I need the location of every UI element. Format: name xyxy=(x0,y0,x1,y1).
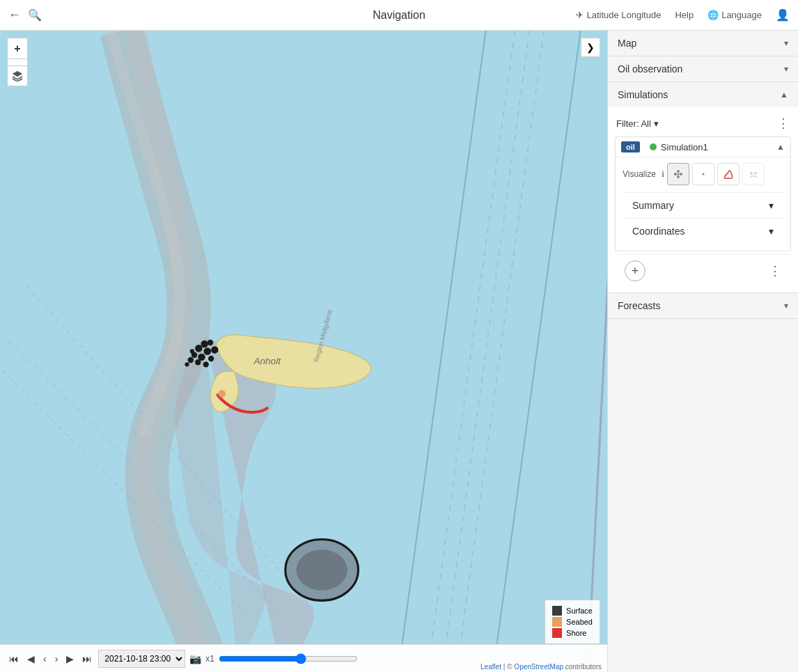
play-button[interactable]: ▶ xyxy=(64,652,76,666)
map-section-chevron: ▾ xyxy=(784,38,788,48)
location-button[interactable]: ✈ Latitude Longitude xyxy=(576,10,661,20)
coordinates-row[interactable]: Coordinates ▾ xyxy=(623,218,783,244)
forecasts-section: Forecasts ▾ xyxy=(608,293,798,319)
sim-name-row: Simulation1 xyxy=(650,142,708,153)
contour-icon xyxy=(697,168,710,180)
legend-item-seabed: Seabed xyxy=(552,617,593,627)
simulations-section: Simulations ▲ Filter: All ▾ ⋮ oil xyxy=(608,82,798,293)
simulations-header[interactable]: Simulations ▲ xyxy=(608,82,798,107)
legend-label-surface: Surface xyxy=(566,607,593,615)
timeline-slider[interactable] xyxy=(219,653,358,664)
visualize-row: Visualize ℹ xyxy=(623,163,783,185)
filter-button[interactable]: Filter: All ▾ xyxy=(616,118,659,129)
svg-point-21 xyxy=(203,361,209,367)
svg-point-38 xyxy=(754,172,757,175)
summary-chevron: ▾ xyxy=(769,200,774,211)
language-button[interactable]: 🌐 Language xyxy=(707,10,762,20)
visualize-label: Visualize xyxy=(623,169,656,179)
sim-collapse-icon: ▲ xyxy=(776,142,785,152)
simulation-body: Visualize ℹ xyxy=(616,157,790,251)
osm-link[interactable]: OpenStreetMap xyxy=(514,663,563,671)
svg-point-32 xyxy=(677,173,679,175)
filter-row: Filter: All ▾ ⋮ xyxy=(615,113,791,136)
attribution-sep: | © xyxy=(503,663,515,671)
vis-icon-shoreline[interactable] xyxy=(717,163,740,185)
leaflet-link[interactable]: Leaflet xyxy=(480,663,501,671)
sim-name: Simulation1 xyxy=(661,142,708,153)
location-icon: ✈ xyxy=(576,10,584,20)
simulations-label: Simulations xyxy=(618,89,668,100)
svg-point-14 xyxy=(201,341,208,347)
map-legend: Surface Seabed Shore xyxy=(545,600,600,644)
forecasts-chevron: ▾ xyxy=(784,301,788,311)
svg-point-26 xyxy=(297,549,347,591)
legend-color-surface xyxy=(552,606,562,616)
legend-label-seabed: Seabed xyxy=(566,618,593,626)
map-layer-button[interactable] xyxy=(7,65,28,86)
add-row: + ⋮ xyxy=(615,254,791,287)
page-title: Navigation xyxy=(373,9,425,22)
particles-icon xyxy=(672,168,684,180)
svg-point-23 xyxy=(190,349,194,353)
filter-more-button[interactable]: ⋮ xyxy=(777,116,790,131)
language-label: Language xyxy=(721,10,762,20)
svg-point-28 xyxy=(674,173,677,175)
vis-icon-particles[interactable] xyxy=(667,163,689,185)
zoom-in-button[interactable]: + xyxy=(7,38,28,58)
map-area[interactable]: + - ❯ xyxy=(0,31,607,672)
collapse-panel-button[interactable]: ❯ xyxy=(581,38,600,57)
info-icon: ℹ xyxy=(662,170,664,179)
combined-icon xyxy=(747,168,760,180)
legend-label-shore: Shore xyxy=(566,629,586,637)
attribution-rest: contributors xyxy=(565,663,602,671)
time-select[interactable]: 2021-10-18 23:00 xyxy=(98,650,185,668)
camera-icon: 📷 xyxy=(189,653,201,664)
prev-button[interactable]: ‹ xyxy=(41,652,49,666)
more-options-button[interactable]: ⋮ xyxy=(769,263,781,279)
svg-point-24 xyxy=(219,390,226,397)
help-button[interactable]: Help xyxy=(675,10,694,20)
playback-bar: ⏮ ◀ ‹ › ▶ ⏭ 2021-10-18 23:00 📷 x1 Leafle… xyxy=(0,644,607,672)
map-section: Map ▾ xyxy=(608,31,798,56)
svg-point-15 xyxy=(208,340,213,345)
add-simulation-button[interactable]: + xyxy=(625,260,646,281)
step-back-button[interactable]: ◀ xyxy=(25,652,37,666)
sim-header-left: oil Simulation1 xyxy=(621,141,708,153)
speed-label: x1 xyxy=(205,654,214,664)
svg-point-18 xyxy=(188,357,194,363)
skip-forward-button[interactable]: ⏭ xyxy=(80,652,94,666)
summary-row[interactable]: Summary ▾ xyxy=(623,192,783,218)
topbar: ← 🔍 Navigation ✈ Latitude Longitude Help… xyxy=(0,0,798,31)
oil-observation-header[interactable]: Oil observation ▾ xyxy=(608,56,798,81)
location-label: Latitude Longitude xyxy=(586,10,661,20)
forecasts-label: Forecasts xyxy=(618,300,660,311)
forecasts-header[interactable]: Forecasts ▾ xyxy=(608,293,798,318)
shoreline-icon xyxy=(722,168,735,180)
oil-observation-section: Oil observation ▾ xyxy=(608,56,798,82)
attribution: Leaflet | © OpenStreetMap contributors xyxy=(480,663,602,671)
sim-status-dot xyxy=(650,143,657,150)
vis-icon-combined[interactable] xyxy=(742,163,765,185)
user-button[interactable]: 👤 xyxy=(776,8,790,22)
svg-point-37 xyxy=(750,172,753,175)
simulation-item: oil Simulation1 ▲ Visualize xyxy=(615,136,791,251)
legend-item-shore: Shore xyxy=(552,628,593,638)
next-button[interactable]: › xyxy=(53,652,61,666)
skip-back-button[interactable]: ⏮ xyxy=(7,652,21,666)
svg-point-22 xyxy=(185,362,189,366)
simulation-item-header[interactable]: oil Simulation1 ▲ xyxy=(616,137,790,157)
sim-badge: oil xyxy=(621,141,640,153)
back-button[interactable]: ← xyxy=(8,8,21,22)
map-section-label: Map xyxy=(618,38,636,49)
oil-observation-chevron: ▾ xyxy=(784,64,788,74)
filter-label: Filter: All xyxy=(616,118,651,129)
main-layout: + - ❯ xyxy=(0,31,798,672)
svg-point-19 xyxy=(211,346,218,353)
filter-chevron-icon: ▾ xyxy=(654,118,659,129)
legend-item-surface: Surface xyxy=(552,606,593,616)
search-button[interactable]: 🔍 xyxy=(28,8,42,22)
map-section-header[interactable]: Map ▾ xyxy=(608,31,798,56)
svg-point-30 xyxy=(680,173,682,175)
vis-icon-contour[interactable] xyxy=(692,163,714,185)
legend-color-seabed xyxy=(552,617,562,627)
